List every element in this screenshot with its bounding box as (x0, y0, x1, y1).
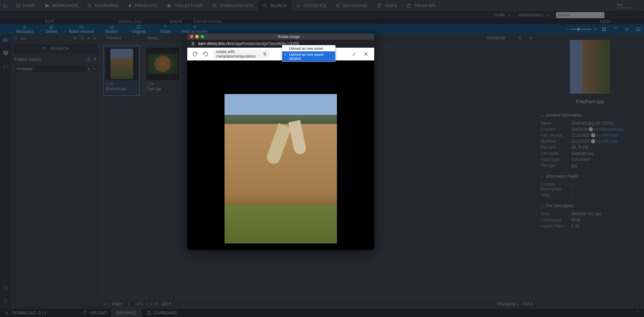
modal-titlebar: Rotate image (187, 34, 374, 40)
close-window[interactable] (190, 35, 193, 38)
rotation-mode-select[interactable]: rotate with metadatamanipulation⇅ (213, 50, 269, 58)
modal-urlbar: dam-demo.brix.ch/imageRotator/assign?ass… (187, 40, 374, 48)
modal-controls: rotate with metadatamanipulation⇅ ✓ ✕ (187, 48, 374, 60)
cancel-button[interactable]: ✕ (362, 51, 369, 57)
rotate-cw-button[interactable] (192, 51, 198, 57)
rotated-image (225, 94, 337, 243)
menu-item-new-asset[interactable]: Upload as new asset (282, 45, 335, 51)
modal-title: Rotate image (206, 35, 371, 39)
menu-item-new-version[interactable]: Upload as new asset-version (282, 51, 335, 61)
select-value: rotate with metadatamanipulation (216, 49, 263, 59)
confirm-button[interactable]: ✓ (351, 51, 358, 57)
zoom-window[interactable] (201, 35, 204, 38)
select-arrows-icon: ⇅ (263, 52, 266, 56)
upload-mode-menu: Upload as new asset Upload as new asset-… (282, 45, 336, 62)
minimize-window[interactable] (195, 35, 199, 38)
rotate-modal: Rotate image dam-demo.brix.ch/imageRotat… (187, 34, 374, 250)
rotate-ccw-button[interactable] (203, 51, 209, 57)
lock-icon (191, 41, 195, 46)
window-controls (190, 35, 204, 38)
modal-image-area (187, 60, 374, 250)
svg-rect-30 (192, 43, 194, 45)
